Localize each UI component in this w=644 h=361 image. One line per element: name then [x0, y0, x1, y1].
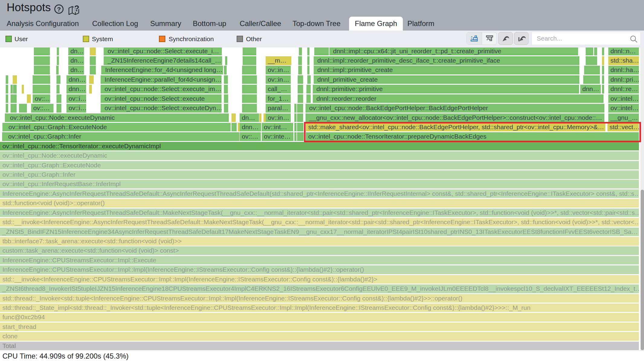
flame-frame[interactable]: ov::intel_cpu::Node::executeDynamic	[5, 113, 229, 122]
flame-frame-sliver[interactable]	[243, 56, 256, 65]
flame-frame[interactable]: ov::…	[33, 94, 50, 103]
tab-caller-callee[interactable]: Caller/Callee	[240, 17, 281, 31]
flame-frame-sliver[interactable]	[11, 104, 17, 113]
flame-frame[interactable]: ov::intel_cpu::InferRequestBase::InferIm…	[0, 180, 639, 189]
flame-frame-sliver[interactable]	[264, 113, 266, 122]
flame-frame-sliver[interactable]	[90, 56, 96, 65]
tab-bottom-up[interactable]: Bottom-up	[193, 17, 226, 31]
flame-frame-sliver[interactable]	[242, 66, 256, 74]
flame-frame[interactable]: dn…	[240, 113, 259, 122]
flame-frame[interactable]: std::__invoke<InferenceEngine::CPUStream…	[0, 275, 639, 284]
flame-frame[interactable]: for_1…	[266, 94, 291, 103]
flame-frame-sliver[interactable]	[33, 85, 50, 94]
flame-frame[interactable]: custom::task_arena::execute<std::functio…	[0, 246, 639, 255]
flame-frame[interactable]: dnn…	[66, 85, 86, 94]
flame-frame-sliver[interactable]	[584, 66, 600, 74]
flame-frame-sliver[interactable]	[6, 75, 8, 84]
flame-frame-sliver[interactable]	[15, 75, 17, 84]
flame-frame[interactable]: InferenceEngine::AsyncInferRequestThread…	[0, 208, 639, 217]
flame-frame[interactable]: dn…	[68, 56, 84, 65]
flame-frame-sliver[interactable]	[294, 104, 296, 113]
flame-frame-sliver[interactable]	[57, 104, 61, 113]
flame-frame[interactable]: dnnl::impl::cpu::x64::jit_uni_reorder_t:…	[329, 48, 578, 55]
flame-frame[interactable]: std::thread::_State_impl<std::thread::_I…	[0, 304, 639, 312]
flame-frame[interactable]: ov::intel…	[608, 94, 639, 103]
flame-frame-sliver[interactable]	[586, 56, 597, 65]
flame-frame[interactable]: ov::i…	[66, 104, 86, 113]
tab-platform[interactable]: Platform	[407, 17, 434, 31]
flame-frame-sliver[interactable]	[307, 75, 311, 84]
flame-frame-sliver[interactable]	[231, 113, 236, 122]
flame-frame[interactable]: dnnl::impl::primitive_create	[314, 66, 579, 74]
flame-frame-sliver[interactable]	[224, 104, 228, 113]
flame-frame-sliver[interactable]	[13, 85, 17, 94]
flame-frame[interactable]: ov::intel…	[608, 104, 639, 113]
flame-frame-sliver[interactable]	[242, 75, 257, 84]
flame-frame-sliver[interactable]	[242, 94, 257, 103]
flame-frame[interactable]: ov::…	[240, 132, 261, 141]
flame-frame[interactable]: Total	[0, 342, 639, 350]
flame-frame-sliver[interactable]	[307, 66, 309, 74]
flame-frame-sliver[interactable]	[29, 94, 31, 103]
flame-frame[interactable]: __gnu_cxx::new_allocator<ov::intel_cpu::…	[306, 113, 604, 122]
flame-frame-sliver[interactable]	[602, 75, 604, 84]
shift-view-button[interactable]	[498, 32, 513, 45]
flame-frame[interactable]: dnnl::ha…	[608, 66, 639, 74]
flame-frame[interactable]: InferenceEngine::CPUStreamsExecutor::Imp…	[0, 256, 639, 265]
tab-collection-log[interactable]: Collection Log	[92, 17, 138, 31]
flame-frame-sliver[interactable]	[306, 85, 311, 94]
flame-frame[interactable]: ov::intel_cpu::Graph::ExecuteNode	[2, 123, 231, 132]
flame-frame-sliver[interactable]	[11, 85, 13, 94]
flame-frame[interactable]: clone	[0, 332, 639, 341]
flame-frame-sliver[interactable]	[34, 56, 50, 65]
flame-graph-mode-button[interactable]	[467, 32, 482, 44]
flame-frame-sliver[interactable]	[297, 104, 303, 113]
flame-frame-sliver[interactable]	[583, 75, 600, 84]
flame-frame[interactable]: std::sha…	[608, 56, 639, 65]
flame-frame-sliver[interactable]	[297, 113, 303, 122]
flame-frame[interactable]: tbb::interface7::task_arena::execute<std…	[0, 237, 639, 246]
flame-frame[interactable]: InferenceEngine::for_4d<unsigned long…	[101, 66, 223, 74]
flame-frame-sliver[interactable]	[90, 48, 96, 55]
flame-frame-sliver[interactable]	[594, 48, 597, 55]
flame-frame-sliver[interactable]	[299, 48, 302, 55]
flame-frame[interactable]: dnnl::n…	[608, 48, 639, 55]
flame-frame-sliver[interactable]	[6, 94, 8, 103]
tab-analysis-configuration[interactable]: Analysis Configuration	[7, 17, 79, 31]
flame-frame[interactable]: std::thread::_Invoker<std::tuple<Inferen…	[0, 294, 639, 303]
flame-frame[interactable]: InferenceEngine::parallel_for4d<unsign…	[101, 75, 222, 84]
flame-frame-sliver[interactable]	[57, 56, 59, 65]
flame-frame-sliver[interactable]	[89, 85, 92, 94]
flame-frame[interactable]: ov::in…	[266, 75, 291, 84]
flame-frame-sliver[interactable]	[231, 123, 237, 132]
flame-frame[interactable]: InferenceEngine::CPUStreamsExecutor::Imp…	[0, 265, 639, 274]
search-input[interactable]	[536, 32, 630, 45]
flame-frame-sliver[interactable]	[19, 104, 27, 113]
flame-frame-sliver[interactable]	[242, 85, 257, 94]
help-button[interactable]: ?	[54, 4, 64, 15]
flame-frame[interactable]: InferenceEngine::AsyncInferRequestThread…	[0, 189, 639, 198]
flame-frame[interactable]: dn…	[68, 66, 84, 74]
flame-frame-sliver[interactable]	[13, 75, 15, 84]
flame-frame-sliver[interactable]	[298, 56, 302, 65]
tab-top-down-tree[interactable]: Top-down Tree	[293, 17, 341, 31]
flame-frame-sliver[interactable]	[307, 48, 309, 55]
flame-frame[interactable]: ov::int…	[262, 123, 293, 132]
flame-frame-sliver[interactable]	[242, 104, 257, 113]
flame-frame[interactable]: dnnl::reorder::reorder	[313, 94, 604, 103]
flame-frame-sliver[interactable]	[294, 123, 296, 132]
flame-frame-sliver[interactable]	[11, 94, 17, 103]
flame-frame-sliver[interactable]	[224, 94, 228, 103]
flame-frame[interactable]: func@0xc2b94	[0, 313, 639, 322]
flame-frame-sliver[interactable]	[298, 66, 302, 74]
flame-frame-sliver[interactable]	[297, 123, 303, 132]
flame-frame[interactable]: ov::intel_cpu::node::BackEdgePortHelper:…	[306, 104, 604, 113]
flame-frame-sliver[interactable]	[57, 94, 61, 103]
flame-frame-sliver[interactable]	[298, 94, 303, 103]
flame-frame[interactable]: dnnl_primitive_create	[314, 75, 579, 84]
icicle-graph-mode-button[interactable]	[482, 32, 497, 44]
flame-frame-sliver[interactable]	[297, 132, 304, 141]
flame-frame[interactable]: _ZN15InferenceEngine7details14call_…	[104, 56, 222, 65]
flame-frame[interactable]: dnnl::re…	[608, 85, 639, 94]
flame-frame-sliver[interactable]	[33, 75, 50, 84]
